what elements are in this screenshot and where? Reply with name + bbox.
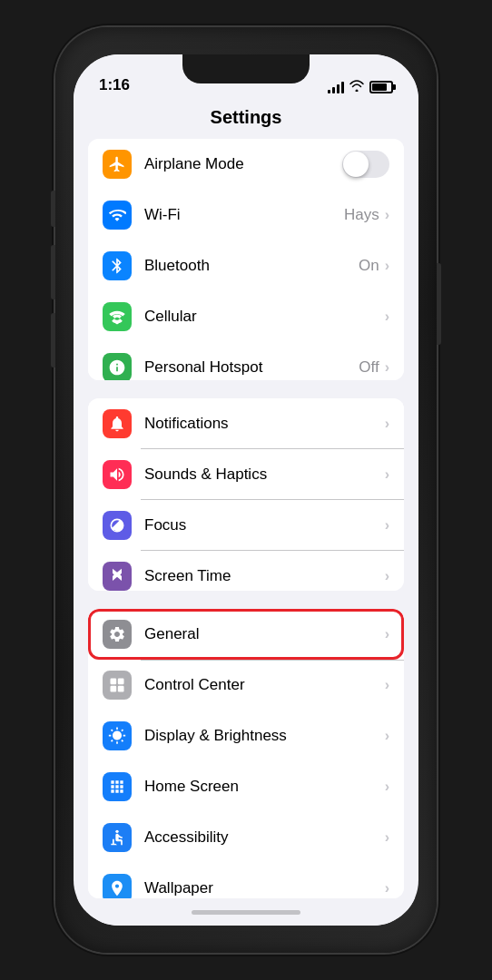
svg-rect-4: [118, 686, 124, 692]
airplane-mode-toggle[interactable]: [342, 151, 389, 178]
airplane-mode-label: Airplane Mode: [144, 155, 342, 173]
svg-rect-2: [118, 679, 124, 685]
control-center-icon: [103, 671, 132, 700]
home-indicator: [74, 898, 418, 926]
accessibility-row[interactable]: Accessibility ›: [88, 812, 404, 863]
display-brightness-label: Display & Brightness: [144, 727, 385, 745]
wallpaper-label: Wallpaper: [144, 879, 385, 897]
home-screen-row[interactable]: Home Screen ›: [88, 761, 404, 812]
screentime-chevron: ›: [385, 568, 389, 584]
control-center-label: Control Center: [144, 676, 385, 694]
settings-content: Airplane Mode Wi-Fi Hays ›: [74, 139, 418, 898]
battery-icon: [369, 81, 393, 93]
svg-point-5: [115, 830, 118, 833]
wallpaper-chevron: ›: [385, 880, 389, 897]
cellular-row[interactable]: Cellular ›: [88, 291, 404, 342]
focus-row[interactable]: Focus ›: [88, 500, 404, 551]
page-header: Settings: [74, 100, 418, 139]
home-bar: [192, 910, 300, 915]
notifications-label: Notifications: [144, 415, 385, 433]
battery-fill: [372, 83, 387, 91]
hotspot-chevron: ›: [385, 359, 389, 376]
toggle-knob: [343, 152, 369, 177]
hotspot-value: Off: [359, 358, 379, 377]
control-center-row[interactable]: Control Center ›: [88, 660, 404, 710]
control-center-chevron: ›: [385, 677, 389, 693]
general-chevron: ›: [385, 626, 389, 642]
wifi-status-icon: [349, 80, 364, 94]
hotspot-row[interactable]: Personal Hotspot Off ›: [88, 342, 404, 380]
notifications-row[interactable]: Notifications ›: [88, 398, 404, 449]
volume-down-button[interactable]: [51, 313, 55, 368]
display-brightness-icon: [103, 721, 132, 750]
notifications-chevron: ›: [385, 416, 389, 432]
screentime-label: Screen Time: [144, 567, 385, 585]
accessibility-chevron: ›: [385, 829, 389, 846]
svg-point-0: [115, 321, 118, 324]
sounds-label: Sounds & Haptics: [144, 466, 385, 484]
mute-button[interactable]: [51, 191, 55, 227]
phone-frame: 1:16: [55, 27, 437, 953]
home-screen-label: Home Screen: [144, 778, 385, 796]
airplane-mode-row[interactable]: Airplane Mode: [88, 139, 404, 190]
focus-chevron: ›: [385, 517, 389, 534]
bluetooth-icon: [103, 251, 132, 280]
hotspot-icon: [103, 353, 132, 380]
wifi-chevron: ›: [385, 207, 389, 223]
svg-rect-3: [111, 686, 117, 692]
bluetooth-value: On: [359, 257, 379, 275]
phone-screen: 1:16: [74, 54, 418, 926]
home-screen-chevron: ›: [385, 779, 389, 795]
notifications-icon: [103, 409, 132, 438]
focus-label: Focus: [144, 516, 385, 534]
airplane-mode-icon: [103, 150, 132, 179]
accessibility-icon: [103, 823, 132, 852]
sounds-chevron: ›: [385, 466, 389, 483]
sounds-icon: [103, 460, 132, 489]
cellular-chevron: ›: [385, 309, 389, 325]
display-brightness-row[interactable]: Display & Brightness ›: [88, 710, 404, 761]
accessibility-label: Accessibility: [144, 828, 385, 847]
notifications-group: Notifications › Sounds & Haptics › Focus…: [88, 398, 404, 592]
volume-up-button[interactable]: [51, 245, 55, 299]
notch: [182, 54, 310, 83]
bluetooth-row[interactable]: Bluetooth On ›: [88, 240, 404, 291]
wifi-value: Hays: [344, 206, 379, 224]
general-row[interactable]: General ›: [88, 609, 404, 660]
hotspot-label: Personal Hotspot: [144, 358, 359, 377]
wifi-label: Wi-Fi: [144, 206, 344, 224]
focus-icon: [103, 511, 132, 540]
page-title: Settings: [211, 107, 282, 127]
status-time: 1:16: [99, 76, 130, 94]
screentime-icon: [103, 562, 132, 591]
status-icons: [328, 80, 393, 94]
svg-rect-1: [111, 679, 117, 685]
cellular-label: Cellular: [144, 308, 385, 326]
screentime-row[interactable]: Screen Time ›: [88, 551, 404, 592]
home-screen-icon: [103, 772, 132, 801]
general-label: General: [144, 625, 385, 643]
power-button[interactable]: [437, 263, 441, 345]
bluetooth-chevron: ›: [385, 258, 389, 274]
cellular-icon: [103, 302, 132, 331]
general-group: General › Control Center › Display & Bri…: [88, 609, 404, 898]
general-icon: [103, 620, 132, 649]
wifi-icon: [103, 201, 132, 230]
display-brightness-chevron: ›: [385, 728, 389, 744]
wifi-row[interactable]: Wi-Fi Hays ›: [88, 190, 404, 240]
wallpaper-row[interactable]: Wallpaper ›: [88, 863, 404, 898]
signal-icon: [328, 81, 344, 93]
connectivity-group: Airplane Mode Wi-Fi Hays ›: [88, 139, 404, 380]
bluetooth-label: Bluetooth: [144, 257, 359, 275]
wallpaper-icon: [103, 874, 132, 898]
sounds-row[interactable]: Sounds & Haptics ›: [88, 449, 404, 500]
